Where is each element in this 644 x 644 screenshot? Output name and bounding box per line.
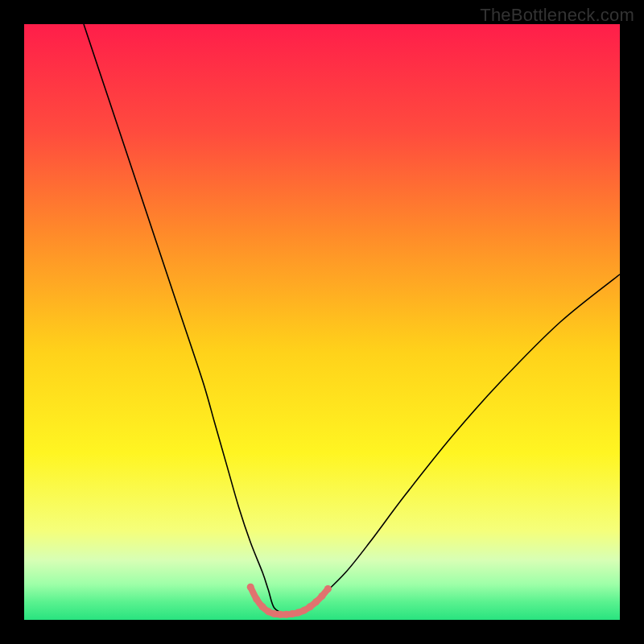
watermark-text: TheBottleneck.com (480, 5, 634, 26)
optimal-marker-dot (247, 584, 254, 591)
optimal-marker-dot (319, 592, 326, 600)
chart-frame: TheBottleneck.com (0, 0, 644, 644)
optimal-marker-dot (312, 598, 320, 605)
optimal-marker-dot (307, 603, 314, 610)
chart-plot-area (24, 24, 620, 620)
optimal-marker-dot (324, 585, 332, 592)
optimal-marker-dot (289, 610, 296, 617)
chart-svg (24, 24, 620, 620)
optimal-marker-dot (259, 603, 266, 610)
optimal-marker-dot (253, 596, 260, 603)
